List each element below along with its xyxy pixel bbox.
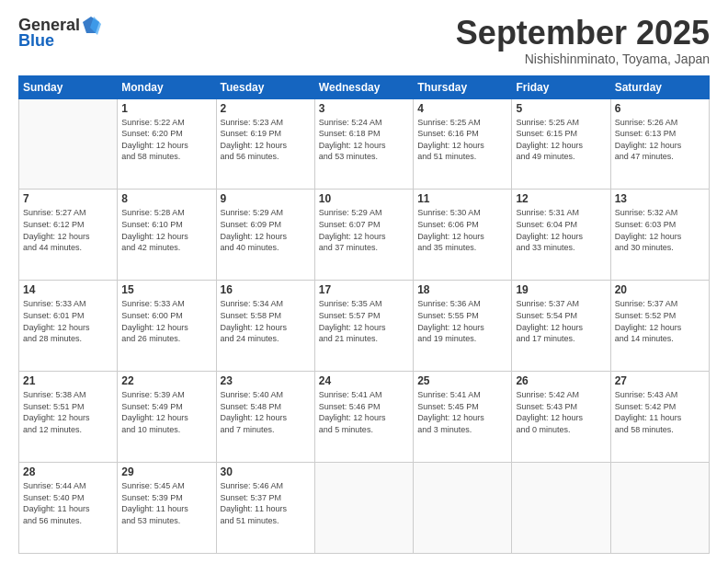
day-number: 5 (516, 102, 606, 115)
day-info: Sunrise: 5:32 AM Sunset: 6:03 PM Dayligh… (615, 207, 705, 253)
day-number: 12 (516, 192, 606, 205)
day-info: Sunrise: 5:35 AM Sunset: 5:57 PM Dayligh… (319, 298, 409, 344)
table-row: 20Sunrise: 5:37 AM Sunset: 5:52 PM Dayli… (610, 281, 709, 372)
day-number: 8 (121, 192, 211, 205)
calendar-week-row: 14Sunrise: 5:33 AM Sunset: 6:01 PM Dayli… (19, 281, 710, 372)
day-number: 20 (615, 283, 705, 296)
day-number: 7 (23, 192, 113, 205)
day-info: Sunrise: 5:41 AM Sunset: 5:45 PM Dayligh… (417, 389, 507, 435)
day-number: 30 (221, 465, 311, 478)
table-row: 8Sunrise: 5:28 AM Sunset: 6:10 PM Daylig… (118, 190, 216, 281)
day-number: 1 (121, 102, 211, 115)
day-info: Sunrise: 5:26 AM Sunset: 6:13 PM Dayligh… (615, 117, 705, 163)
table-row: 23Sunrise: 5:40 AM Sunset: 5:48 PM Dayli… (216, 372, 314, 463)
day-number: 9 (221, 192, 311, 205)
day-info: Sunrise: 5:27 AM Sunset: 6:12 PM Dayligh… (23, 207, 113, 253)
logo: General Blue (18, 15, 101, 51)
table-row: 11Sunrise: 5:30 AM Sunset: 6:06 PM Dayli… (414, 190, 512, 281)
day-number: 25 (417, 374, 507, 387)
table-row: 25Sunrise: 5:41 AM Sunset: 5:45 PM Dayli… (414, 372, 512, 463)
table-row: 9Sunrise: 5:29 AM Sunset: 6:09 PM Daylig… (216, 190, 314, 281)
table-row: 30Sunrise: 5:46 AM Sunset: 5:37 PM Dayli… (216, 463, 314, 554)
table-row (610, 463, 709, 554)
day-number: 16 (221, 283, 311, 296)
day-number: 3 (319, 102, 409, 115)
table-row: 1Sunrise: 5:22 AM Sunset: 6:20 PM Daylig… (118, 98, 216, 190)
table-row: 16Sunrise: 5:34 AM Sunset: 5:58 PM Dayli… (216, 281, 314, 372)
table-row: 19Sunrise: 5:37 AM Sunset: 5:54 PM Dayli… (512, 281, 610, 372)
table-row: 22Sunrise: 5:39 AM Sunset: 5:49 PM Dayli… (118, 372, 216, 463)
header-saturday: Saturday (610, 75, 709, 98)
day-info: Sunrise: 5:25 AM Sunset: 6:16 PM Dayligh… (417, 117, 507, 163)
calendar-table: Sunday Monday Tuesday Wednesday Thursday… (18, 75, 710, 554)
day-info: Sunrise: 5:38 AM Sunset: 5:51 PM Dayligh… (23, 389, 113, 435)
day-info: Sunrise: 5:24 AM Sunset: 6:18 PM Dayligh… (319, 117, 409, 163)
title-block: September 2025 Nishishinminato, Toyama, … (456, 15, 710, 66)
table-row: 7Sunrise: 5:27 AM Sunset: 6:12 PM Daylig… (19, 190, 118, 281)
header-thursday: Thursday (414, 75, 512, 98)
table-row: 17Sunrise: 5:35 AM Sunset: 5:57 PM Dayli… (314, 281, 413, 372)
table-row (19, 98, 118, 190)
table-row: 27Sunrise: 5:43 AM Sunset: 5:42 PM Dayli… (610, 372, 709, 463)
table-row: 26Sunrise: 5:42 AM Sunset: 5:43 PM Dayli… (512, 372, 610, 463)
day-number: 19 (516, 283, 606, 296)
day-info: Sunrise: 5:46 AM Sunset: 5:37 PM Dayligh… (221, 480, 311, 526)
table-row: 15Sunrise: 5:33 AM Sunset: 6:00 PM Dayli… (118, 281, 216, 372)
day-number: 6 (615, 102, 705, 115)
day-info: Sunrise: 5:44 AM Sunset: 5:40 PM Dayligh… (23, 480, 113, 526)
day-info: Sunrise: 5:25 AM Sunset: 6:15 PM Dayligh… (516, 117, 606, 163)
table-row: 4Sunrise: 5:25 AM Sunset: 6:16 PM Daylig… (414, 98, 512, 190)
day-number: 23 (221, 374, 311, 387)
calendar-header-row: Sunday Monday Tuesday Wednesday Thursday… (19, 75, 710, 98)
table-row (414, 463, 512, 554)
day-number: 4 (417, 102, 507, 115)
day-number: 15 (121, 283, 211, 296)
table-row: 3Sunrise: 5:24 AM Sunset: 6:18 PM Daylig… (314, 98, 413, 190)
day-info: Sunrise: 5:43 AM Sunset: 5:42 PM Dayligh… (615, 389, 705, 435)
day-info: Sunrise: 5:33 AM Sunset: 6:01 PM Dayligh… (23, 298, 113, 344)
day-number: 10 (319, 192, 409, 205)
day-info: Sunrise: 5:29 AM Sunset: 6:07 PM Dayligh… (319, 207, 409, 253)
day-info: Sunrise: 5:22 AM Sunset: 6:20 PM Dayligh… (121, 117, 211, 163)
table-row: 18Sunrise: 5:36 AM Sunset: 5:55 PM Dayli… (414, 281, 512, 372)
day-number: 24 (319, 374, 409, 387)
month-title: September 2025 (456, 15, 710, 52)
table-row: 6Sunrise: 5:26 AM Sunset: 6:13 PM Daylig… (610, 98, 709, 190)
table-row: 24Sunrise: 5:41 AM Sunset: 5:46 PM Dayli… (314, 372, 413, 463)
day-info: Sunrise: 5:36 AM Sunset: 5:55 PM Dayligh… (417, 298, 507, 344)
day-info: Sunrise: 5:31 AM Sunset: 6:04 PM Dayligh… (516, 207, 606, 253)
header: General Blue September 2025 Nishishinmin… (18, 15, 710, 66)
logo-blue: Blue (18, 31, 54, 51)
logo-icon (81, 15, 101, 35)
table-row: 28Sunrise: 5:44 AM Sunset: 5:40 PM Dayli… (19, 463, 118, 554)
day-info: Sunrise: 5:28 AM Sunset: 6:10 PM Dayligh… (121, 207, 211, 253)
day-number: 2 (221, 102, 311, 115)
header-friday: Friday (512, 75, 610, 98)
header-tuesday: Tuesday (216, 75, 314, 98)
day-info: Sunrise: 5:29 AM Sunset: 6:09 PM Dayligh… (221, 207, 311, 253)
day-number: 22 (121, 374, 211, 387)
calendar-week-row: 21Sunrise: 5:38 AM Sunset: 5:51 PM Dayli… (19, 372, 710, 463)
table-row: 13Sunrise: 5:32 AM Sunset: 6:03 PM Dayli… (610, 190, 709, 281)
table-row: 29Sunrise: 5:45 AM Sunset: 5:39 PM Dayli… (118, 463, 216, 554)
header-monday: Monday (118, 75, 216, 98)
day-info: Sunrise: 5:39 AM Sunset: 5:49 PM Dayligh… (121, 389, 211, 435)
calendar-week-row: 28Sunrise: 5:44 AM Sunset: 5:40 PM Dayli… (19, 463, 710, 554)
header-wednesday: Wednesday (314, 75, 413, 98)
table-row: 12Sunrise: 5:31 AM Sunset: 6:04 PM Dayli… (512, 190, 610, 281)
table-row: 10Sunrise: 5:29 AM Sunset: 6:07 PM Dayli… (314, 190, 413, 281)
day-info: Sunrise: 5:30 AM Sunset: 6:06 PM Dayligh… (417, 207, 507, 253)
day-number: 18 (417, 283, 507, 296)
table-row: 14Sunrise: 5:33 AM Sunset: 6:01 PM Dayli… (19, 281, 118, 372)
day-number: 26 (516, 374, 606, 387)
day-number: 13 (615, 192, 705, 205)
header-sunday: Sunday (19, 75, 118, 98)
day-info: Sunrise: 5:42 AM Sunset: 5:43 PM Dayligh… (516, 389, 606, 435)
day-number: 17 (319, 283, 409, 296)
table-row (314, 463, 413, 554)
day-info: Sunrise: 5:33 AM Sunset: 6:00 PM Dayligh… (121, 298, 211, 344)
day-number: 28 (23, 465, 113, 478)
table-row: 21Sunrise: 5:38 AM Sunset: 5:51 PM Dayli… (19, 372, 118, 463)
page: General Blue September 2025 Nishishinmin… (0, 0, 728, 563)
day-info: Sunrise: 5:34 AM Sunset: 5:58 PM Dayligh… (221, 298, 311, 344)
